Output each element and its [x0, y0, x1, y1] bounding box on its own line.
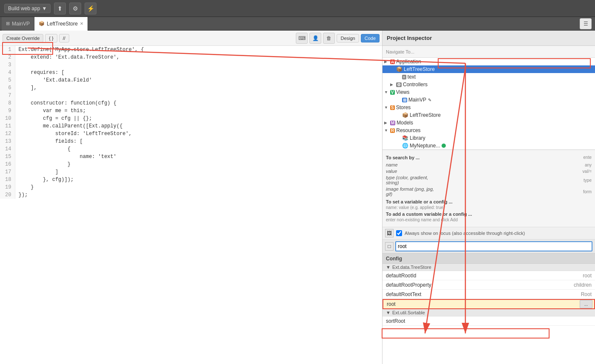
group-arrow-icon: ▼ [386, 265, 391, 270]
config-property-value: children [544, 281, 595, 289]
line-number: 11 [0, 122, 15, 130]
tree-arrow-icon: ▶ [390, 82, 396, 87]
settings-icon-btn[interactable]: ⚙ [69, 3, 81, 14]
line-number: 17 [0, 168, 15, 176]
build-label: Build web app [8, 6, 40, 11]
line-number: 2 [0, 54, 15, 61]
tree-node-icon: ⚙ [396, 82, 402, 87]
code-line-row: 19 } [0, 183, 382, 191]
right-panel: Project Inspector Navigate To... ▶AAppli… [382, 31, 595, 364]
config-property-name: defaultRootId [382, 272, 544, 279]
filter-row-label: value [386, 169, 437, 174]
filter-enter-hint: ente [584, 155, 592, 160]
comment-button[interactable]: // [59, 34, 69, 42]
tree-node-label: Library [410, 135, 425, 141]
code-line-row: 13 fields: [ [0, 138, 382, 145]
tree-item-lefttreestore[interactable]: 📦LeftTreeStore [382, 65, 595, 73]
code-content[interactable]: 1Ext.define('MyApp.store.LeftTreeStore',… [0, 46, 382, 364]
line-number: 15 [0, 153, 15, 161]
line-code [15, 92, 382, 99]
upload-icon-btn[interactable]: ⬆ [54, 3, 66, 14]
filter-row-label: name [386, 162, 437, 167]
config-property-name: sortRoot [382, 317, 544, 325]
mainvp-tab-label: MainVP [12, 21, 30, 27]
filter-row: image format (png, jpg, gif)form [386, 186, 592, 197]
navigate-placeholder: Navigate To... [386, 49, 414, 54]
design-button[interactable]: Design [337, 34, 359, 42]
tree-arrow-icon: ▶ [384, 59, 390, 64]
delete-icon-btn[interactable]: 🗑 [323, 33, 335, 44]
build-dropdown[interactable]: Build web app ▼ [4, 4, 51, 13]
navigate-bar[interactable]: Navigate To... [382, 46, 595, 58]
tree-item-myneptune[interactable]: 🌐MyNeptune... [382, 142, 595, 150]
line-code: storeId: 'LeftTreeStore', [15, 130, 382, 138]
tree-item-views[interactable]: ▼VViews [382, 88, 595, 96]
tree-node-label: Stores [396, 104, 411, 110]
tree-item-controllers[interactable]: ▶⚙Controllers [382, 81, 595, 88]
tree-node-icon: ⊞ [402, 98, 407, 102]
line-number: 16 [0, 161, 15, 168]
mainvp-tab-icon: ⊞ [6, 21, 10, 26]
lefttreestore-tab-label: LeftTreeStore [47, 21, 78, 27]
keyboard-icon-btn[interactable]: ⌨ [296, 33, 308, 44]
tree-item-application[interactable]: ▶AApplication [382, 58, 595, 65]
line-code: ], [15, 84, 382, 92]
main-layout: Create Override { } // ⌨ 👤 🗑 Design Code… [0, 31, 595, 364]
create-override-button[interactable]: Create Override [3, 34, 43, 42]
inspector-title: Project Inspector [387, 35, 432, 41]
filter-row-label: image format (png, jpg, gif) [386, 186, 437, 197]
top-toolbar: Build web app ▼ ⬆ ⚙ ⚡ [0, 0, 595, 17]
tree-item-text[interactable]: ≡text [382, 73, 595, 81]
code-line-row: 9 var me = this; [0, 107, 382, 115]
code-braces-button[interactable]: { } [45, 34, 57, 42]
editor-pane: Create Override { } // ⌨ 👤 🗑 Design Code… [0, 31, 382, 364]
tab-close-icon[interactable]: ✕ [80, 21, 83, 26]
line-code: constructor: function(cfg) { [15, 99, 382, 107]
user-icon-btn[interactable]: 👤 [309, 33, 321, 44]
tree-item-stores[interactable]: ▼SStores [382, 104, 595, 111]
lightning-icon-btn[interactable]: ⚡ [85, 3, 96, 14]
always-show-checkbox[interactable] [396, 230, 402, 236]
tree-node-icon: 📚 [402, 135, 408, 141]
group-name-label: Ext.util.Sortable [392, 310, 425, 315]
code-table: 1Ext.define('MyApp.store.LeftTreeStore',… [0, 46, 382, 199]
code-line-row: 18 }, cfg)]); [0, 176, 382, 183]
project-tree: ▶AApplication 📦LeftTreeStore ≡text▶⚙Cont… [382, 58, 595, 150]
code-line-row: 11 me.callParent([Ext.apply({ [0, 122, 382, 130]
line-code: }); [15, 191, 382, 199]
config-data-row: root... [382, 299, 595, 309]
tree-item-library[interactable]: 📚Library [382, 134, 595, 142]
line-code: 'Ext.data.Field' [15, 76, 382, 84]
line-code: fields: [ [15, 138, 382, 145]
tree-item-lefttreestore2[interactable]: 📦LeftTreeStore [382, 111, 595, 119]
tree-node-label: MyNeptune... [410, 143, 440, 149]
editor-menu-icon[interactable]: ☰ [580, 18, 592, 29]
tab-lefttreestore[interactable]: 📦 LeftTreeStore ✕ [34, 17, 88, 31]
line-number: 3 [0, 61, 15, 69]
filter-row: type (color, gradient, string)type [386, 175, 592, 185]
line-code: } [15, 161, 382, 168]
icon-left-btn[interactable]: 🖼 [385, 229, 394, 237]
line-number: 13 [0, 138, 15, 145]
config-search-input[interactable] [395, 241, 592, 251]
tree-item-resources[interactable]: ▼RResources [382, 127, 595, 134]
config-group-header[interactable]: ▼Ext.util.Sortable [382, 309, 595, 316]
filter-row-hint: type [584, 178, 592, 183]
config-group-header[interactable]: ▼Ext.data.TreeStore [382, 264, 595, 271]
line-number: 1 [0, 46, 15, 54]
code-line-row: 3 [0, 61, 382, 69]
line-code: ] [15, 168, 382, 176]
editor-toolbar: Create Override { } // ⌨ 👤 🗑 Design Code [0, 31, 382, 46]
filter-row-hint: val/= [583, 169, 592, 174]
config-edit-button[interactable]: ... [580, 300, 592, 308]
tab-mainvp[interactable]: ⊞ MainVP [2, 17, 34, 31]
filter-row: valueval/= [386, 169, 592, 174]
tree-node-icon: V [390, 90, 395, 95]
line-number: 18 [0, 176, 15, 183]
line-number: 19 [0, 183, 15, 191]
tree-item-mainvp[interactable]: ⊞MainVP✎ [382, 96, 595, 104]
line-number: 5 [0, 76, 15, 84]
code-button[interactable]: Code [361, 34, 380, 42]
tree-item-models[interactable]: ▶MModels [382, 119, 595, 127]
line-code: cfg = cfg || {}; [15, 115, 382, 122]
